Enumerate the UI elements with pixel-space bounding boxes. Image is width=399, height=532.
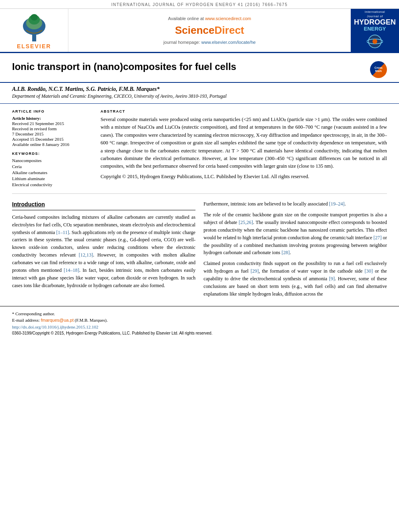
homepage-url[interactable]: www.elsevier.com/locate/he bbox=[202, 40, 256, 45]
section-divider bbox=[12, 193, 387, 194]
introduction-section: Introduction Ceria-based composites incl… bbox=[0, 200, 399, 298]
keyword-lithium: Lithium aluminate bbox=[12, 176, 93, 181]
abstract-text: Several composite materials were produce… bbox=[101, 116, 387, 181]
content-area: Article Info Article history: Received 2… bbox=[0, 103, 399, 187]
right-column: Abstract Several composite materials wer… bbox=[101, 109, 387, 187]
planet-icon bbox=[354, 33, 396, 51]
keyword-ceria: Ceria bbox=[12, 164, 93, 169]
crossmark-badge: CrossMark bbox=[370, 61, 387, 78]
elsevier-tree-icon bbox=[14, 14, 54, 42]
intro-col-left: Introduction Ceria-based composites incl… bbox=[12, 200, 195, 298]
intro-columns: Introduction Ceria-based composites incl… bbox=[12, 200, 387, 298]
ref-30[interactable]: [30] bbox=[365, 268, 373, 274]
ref-19-24[interactable]: [19–24] bbox=[329, 201, 345, 207]
journal-bar: ELSEVIER Available online at www.science… bbox=[0, 9, 399, 53]
email-label: E-mail address: bbox=[12, 318, 40, 322]
svg-rect-0 bbox=[32, 34, 36, 41]
abstract-paragraph: Several composite materials were produce… bbox=[101, 116, 387, 170]
svg-point-4 bbox=[31, 14, 38, 21]
footnote-star: * Corresponding author. bbox=[12, 311, 55, 316]
intro-para1: Ceria-based composites including mixture… bbox=[12, 214, 195, 290]
abstract-heading: Abstract bbox=[101, 109, 387, 113]
keyword-electrical: Electrical conductivity bbox=[12, 182, 93, 187]
elsevier-logo-section: ELSEVIER bbox=[0, 9, 68, 52]
left-column: Article Info Article history: Received 2… bbox=[12, 109, 93, 187]
intro-heading: Introduction bbox=[12, 200, 195, 210]
intro-right-para1: Furthermore, intrinsic ions are believed… bbox=[204, 200, 387, 208]
footnote-corresponding: * Corresponding author. bbox=[12, 310, 387, 317]
footer-copyright: 0360-3199/Copyright © 2015, Hydrogen Ene… bbox=[12, 331, 387, 335]
sciencedirect-url[interactable]: www.sciencedirect.com bbox=[205, 16, 251, 21]
accepted-date: Accepted 15 December 2015 bbox=[12, 137, 93, 142]
article-info-heading: Article Info bbox=[12, 109, 93, 113]
ref-29[interactable]: [29] bbox=[251, 268, 259, 274]
intro-right-para3: Claimed proton conductivity finds suppor… bbox=[204, 260, 387, 298]
article-title-section: Ionic transport in (nano)composites for … bbox=[0, 53, 399, 83]
intro-right-para2: The role of the ceramic backbone grain s… bbox=[204, 211, 387, 257]
ref-1-11[interactable]: [1–11] bbox=[56, 230, 69, 235]
email-link[interactable]: fmarques@ua.pt bbox=[41, 318, 74, 322]
revised-label: Received in revised form bbox=[12, 126, 93, 131]
energy-label: ENERGY bbox=[354, 26, 396, 32]
ref-25-26[interactable]: [25,26] bbox=[239, 220, 253, 225]
article-history: Article history: Received 21 September 2… bbox=[12, 116, 93, 147]
svg-point-7 bbox=[372, 39, 377, 44]
ref-9[interactable]: [9] bbox=[329, 276, 335, 281]
abstract-copyright: Copyright © 2015, Hydrogen Energy Public… bbox=[101, 173, 387, 181]
available-text: Available online at www.sciencedirect.co… bbox=[168, 16, 251, 21]
elsevier-label: ELSEVIER bbox=[17, 43, 51, 49]
keyword-nanocomposites: Nanocomposites bbox=[12, 158, 93, 163]
history-label: Article history: bbox=[12, 116, 93, 121]
authors-section: A.I.B. Rondão, N.C.T. Martins, S.G. Patr… bbox=[0, 83, 399, 101]
doi-link[interactable]: http://dx.doi.org/10.1016/j.ijhydene.201… bbox=[12, 325, 387, 329]
homepage-text: journal homepage: www.elsevier.com/locat… bbox=[163, 40, 255, 45]
ref-28[interactable]: [28] bbox=[282, 250, 290, 255]
ref-12-13[interactable]: [12,13] bbox=[79, 252, 93, 258]
intro-col-right: Furthermore, intrinsic ions are believed… bbox=[204, 200, 387, 298]
footnote-email-line: E-mail address: fmarques@ua.pt (F.M.B. M… bbox=[12, 317, 387, 324]
received-date: Received 21 September 2015 bbox=[12, 121, 93, 126]
ref-27[interactable]: [27] bbox=[373, 235, 381, 240]
journal-logo-right: InternationalJournal of HYDROGEN ENERGY bbox=[351, 9, 399, 52]
ref-14-18[interactable]: [14–18] bbox=[64, 267, 79, 273]
article-title: Ionic transport in (nano)composites for … bbox=[12, 60, 366, 73]
footnote-section: * Corresponding author. E-mail address: … bbox=[0, 306, 399, 338]
affiliation-line: Department of Materials and Ceramic Engi… bbox=[12, 93, 387, 99]
hydrogen-label: HYDROGEN bbox=[354, 18, 396, 26]
revised-date: 7 December 2015 bbox=[12, 131, 93, 136]
keyword-alkaline: Alkaline carbonates bbox=[12, 170, 93, 175]
available-online: Available online 8 January 2016 bbox=[12, 142, 93, 147]
email-suffix: (F.M.B. Marques). bbox=[75, 318, 108, 322]
keywords-heading: Keywords: bbox=[12, 152, 93, 156]
journal-name: International Journal of Hydrogen Energy… bbox=[111, 2, 288, 7]
authors-line: A.I.B. Rondão, N.C.T. Martins, S.G. Patr… bbox=[12, 86, 387, 92]
sciencedirect-logo: ScienceDirect bbox=[175, 24, 244, 37]
sciencedirect-section: Available online at www.sciencedirect.co… bbox=[68, 9, 351, 52]
journal-header: International Journal of Hydrogen Energy… bbox=[0, 0, 399, 9]
keywords-section: Keywords: Nanocomposites Ceria Alkaline … bbox=[12, 152, 93, 187]
journal-right-inner: InternationalJournal of HYDROGEN ENERGY bbox=[354, 10, 396, 51]
